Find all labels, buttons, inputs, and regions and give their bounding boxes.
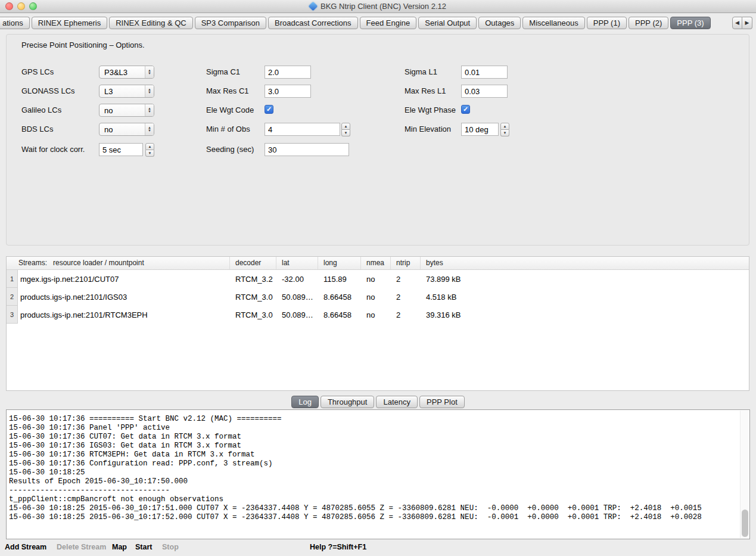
min-obs-stepper[interactable]: ▲ ▼ — [341, 123, 350, 136]
row-number: 1 — [7, 270, 18, 288]
gps-lcs-combobox[interactable]: P3&L3 ▲▼ — [99, 66, 154, 79]
tab-ppp-3[interactable]: PPP (3) — [670, 17, 710, 29]
help-hint: Help ?=Shift+F1 — [310, 543, 366, 551]
wait-clock-stepper[interactable]: ▲ ▼ — [145, 143, 154, 157]
zoom-button[interactable] — [29, 2, 37, 10]
spin-up-icon[interactable]: ▲ — [145, 143, 154, 150]
traffic-lights — [5, 2, 37, 10]
sigma-c1-field[interactable] — [265, 66, 311, 79]
check-icon: ✓ — [266, 105, 272, 113]
spin-up-icon[interactable]: ▲ — [341, 123, 350, 130]
min-elevation-field[interactable] — [461, 123, 499, 136]
tab-broadcast-corrections[interactable]: Broadcast Corrections — [268, 17, 358, 29]
tab-serial-output[interactable]: Serial Output — [418, 17, 477, 29]
tab-sp3-comparison[interactable]: SP3 Comparison — [195, 17, 266, 29]
bds-lcs-combobox[interactable]: no ▲▼ — [99, 123, 154, 136]
titlebar: BKG Ntrip Client (BNC) Version 2.12 — [0, 0, 756, 13]
min-elevation-label: Min Elevation — [405, 125, 451, 134]
table-row[interactable]: 2 products.igs-ip.net:2101/IGS03 RTCM_3.… — [7, 288, 749, 306]
cell-mountpoint: products.igs-ip.net:2101/IGS03 — [18, 288, 230, 306]
chevron-updown-icon: ▲▼ — [145, 123, 154, 135]
bds-lcs-label: BDS LCs — [21, 125, 53, 134]
add-stream-button[interactable]: Add Stream — [5, 543, 46, 551]
tab-latency[interactable]: Latency — [376, 396, 418, 408]
tab-rinex-ephemeris[interactable]: RINEX Ephemeris — [32, 17, 107, 29]
bottom-tabbar: Log Throughput Latency PPP Plot — [0, 396, 756, 408]
tab-throughput[interactable]: Throughput — [321, 396, 375, 408]
cell-lat: 50.089… — [276, 288, 318, 306]
spin-down-icon[interactable]: ▼ — [500, 130, 509, 136]
minimize-button[interactable] — [17, 2, 25, 10]
header-nmea: nmea — [361, 257, 391, 269]
row-number: 3 — [7, 306, 18, 324]
log-line: ------------------------------------ — [9, 486, 738, 495]
max-res-c1-label: Max Res C1 — [206, 86, 249, 96]
table-row[interactable]: 3 products.igs-ip.net:2101/RTCM3EPH RTCM… — [7, 306, 749, 324]
galileo-lcs-combobox[interactable]: no ▲▼ — [99, 104, 154, 117]
galileo-lcs-label: Galileo LCs — [21, 105, 61, 115]
title-area: BKG Ntrip Client (BNC) Version 2.12 — [0, 0, 756, 13]
close-button[interactable] — [5, 2, 13, 10]
header-decoder: decoder — [230, 257, 276, 269]
min-elevation-stepper[interactable]: ▲ ▼ — [500, 123, 509, 136]
galileo-lcs-value: no — [99, 106, 145, 115]
tab-miscellaneous[interactable]: Miscellaneous — [522, 17, 584, 29]
tab-outages[interactable]: Outages — [478, 17, 521, 29]
wait-clock-field[interactable] — [99, 143, 143, 156]
main-tabbar: ations RINEX Ephemeris RINEX Editing & Q… — [0, 13, 756, 33]
tab-log[interactable]: Log — [291, 396, 319, 408]
spin-down-icon[interactable]: ▼ — [145, 150, 154, 157]
log-text: 15-06-30 10:17:36 ========== Start BNC v… — [7, 410, 749, 522]
log-line: 15-06-30 10:17:36 RTCM3EPH: Get data in … — [9, 451, 738, 459]
tab-scroll-left-button[interactable]: ◀ — [732, 17, 742, 29]
tab-scroll-right-button[interactable]: ▶ — [742, 17, 752, 29]
wait-clock-label: Wait for clock corr. — [21, 145, 85, 154]
tab-ppp-plot[interactable]: PPP Plot — [419, 396, 465, 408]
ele-wgt-phase-checkbox[interactable]: ✓ — [461, 105, 470, 114]
sigma-l1-field[interactable] — [461, 66, 508, 79]
check-icon: ✓ — [463, 105, 468, 113]
ppp3-options-panel: Precise Point Positioning – Options. GPS… — [6, 34, 749, 246]
cell-lat: 50.089… — [276, 306, 318, 324]
max-res-c1-field[interactable] — [265, 85, 311, 98]
log-panel: 15-06-30 10:17:36 ========== Start BNC v… — [6, 409, 750, 539]
glonass-lcs-combobox[interactable]: L3 ▲▼ — [99, 85, 154, 98]
log-line: 15-06-30 10:17:36 Panel 'PPP' active — [9, 424, 738, 433]
spin-down-icon[interactable]: ▼ — [341, 130, 350, 136]
cell-long: 8.66458 — [318, 306, 361, 324]
tab-ppp-1[interactable]: PPP (1) — [587, 17, 627, 29]
statusbar: Add Stream Delete Stream Map Start Stop … — [0, 539, 756, 556]
map-button[interactable]: Map — [112, 543, 127, 551]
glonass-lcs-label: GLONASS LCs — [21, 86, 75, 96]
ele-wgt-phase-label: Ele Wgt Phase — [405, 105, 456, 115]
chevron-updown-icon: ▲▼ — [145, 85, 154, 97]
window-title: BKG Ntrip Client (BNC) Version 2.12 — [321, 2, 446, 11]
cell-ntrip: 2 — [391, 306, 421, 324]
ele-wgt-code-checkbox[interactable]: ✓ — [265, 105, 273, 114]
header-mountpoint: Streams: resource loader / mountpoint — [7, 257, 230, 269]
table-row[interactable]: 1 mgex.igs-ip.net:2101/CUT07 RTCM_3.2 -3… — [7, 270, 749, 288]
gps-lcs-label: GPS LCs — [21, 67, 54, 77]
cell-nmea: no — [361, 288, 391, 306]
log-line: 15-06-30 10:17:36 Configuration read: PP… — [9, 459, 738, 468]
max-res-l1-label: Max Res L1 — [405, 86, 446, 96]
glonass-lcs-value: L3 — [99, 87, 145, 96]
cell-ntrip: 2 — [391, 288, 421, 306]
seeding-field[interactable] — [265, 143, 349, 156]
scrollbar-thumb[interactable] — [742, 510, 748, 537]
spin-up-icon[interactable]: ▲ — [500, 123, 509, 130]
tab-rinex-editing-qc[interactable]: RINEX Editing & QC — [109, 17, 193, 29]
tab-ppp-2[interactable]: PPP (2) — [629, 17, 668, 29]
tab-ations[interactable]: ations — [0, 17, 30, 29]
tab-feed-engine[interactable]: Feed Engine — [360, 17, 417, 29]
header-ntrip: ntrip — [391, 257, 421, 269]
ele-wgt-code-label: Ele Wgt Code — [206, 105, 254, 115]
min-obs-field[interactable] — [265, 123, 340, 136]
log-line: 15-06-30 10:17:36 IGS03: Get data in RTC… — [9, 442, 738, 451]
log-line: 15-06-30 10:17:36 CUT07: Get data in RTC… — [9, 433, 738, 442]
start-button[interactable]: Start — [135, 543, 152, 551]
log-vertical-scrollbar[interactable] — [740, 411, 749, 538]
cell-ntrip: 2 — [391, 270, 421, 288]
cell-bytes: 73.899 kB — [421, 270, 749, 288]
max-res-l1-field[interactable] — [461, 85, 508, 98]
